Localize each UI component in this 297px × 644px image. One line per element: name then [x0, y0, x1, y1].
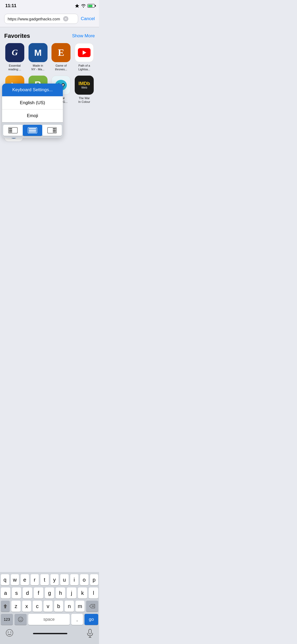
g-logo-icon: G — [8, 46, 22, 59]
status-bar: 11:11 — [0, 0, 99, 12]
favorite-icon-2: M — [29, 43, 48, 62]
url-input[interactable]: https://www.gadgethacks.com — [4, 14, 78, 24]
english-us-option[interactable]: English (US) — [2, 96, 63, 109]
battery-icon — [87, 4, 95, 8]
layout-center-icon — [28, 127, 37, 134]
svg-rect-13 — [9, 128, 12, 129]
url-bar-container: https://www.gadgethacks.com Cancel — [0, 12, 99, 27]
svg-rect-23 — [53, 131, 56, 132]
favorite-label-1: Essentialreading:... — [8, 64, 21, 71]
favorite-item-4[interactable]: Path of aLightsa... — [74, 43, 95, 71]
cancel-button[interactable]: Cancel — [81, 16, 95, 21]
keyboard-layout-bar — [2, 122, 63, 138]
layout-right-icon — [47, 127, 57, 134]
layout-left-icon — [8, 127, 18, 134]
svg-rect-18 — [29, 130, 36, 131]
url-text: https://www.gadgethacks.com — [8, 17, 60, 21]
show-more-button[interactable]: Show More — [72, 33, 95, 39]
favorite-icon-4 — [75, 43, 94, 62]
keyboard-settings-popup: Keyboard Settings... English (US) Emoji — [2, 84, 63, 138]
status-time: 11:11 — [5, 3, 16, 8]
favorite-item-8[interactable]: IMDb Web The WarIn Colour — [74, 76, 95, 104]
keyboard-layout-center[interactable] — [23, 125, 42, 136]
airplane-icon — [75, 3, 79, 8]
yt-play-button — [78, 48, 91, 57]
clear-icon — [64, 17, 67, 20]
keyboard-layout-right[interactable] — [42, 125, 62, 136]
favorite-label-2: Made inNY - Ma... — [31, 64, 44, 71]
url-clear-button[interactable] — [63, 16, 68, 21]
favorites-header: Favorites Show More — [4, 33, 95, 39]
svg-text:G: G — [12, 48, 18, 57]
imdb-web-text: Web — [81, 86, 87, 89]
battery-fill — [88, 5, 92, 7]
svg-rect-15 — [9, 131, 12, 132]
svg-point-11 — [62, 84, 64, 86]
favorite-item-2[interactable]: M Made inNY - Ma... — [27, 43, 49, 71]
keyboard-layout-left[interactable] — [3, 125, 23, 136]
svg-rect-17 — [29, 128, 36, 129]
m-letter: M — [34, 48, 41, 58]
favorite-icon-3: E — [51, 43, 70, 62]
emoji-option[interactable]: Emoji — [2, 109, 63, 122]
favorite-label-3: Game ofthrones... — [55, 64, 67, 71]
favorite-item-1[interactable]: G Essentialreading:... — [4, 43, 25, 71]
status-icons — [75, 3, 95, 8]
keyboard-settings-button[interactable]: Keyboard Settings... — [2, 84, 63, 96]
wifi-icon — [81, 4, 86, 8]
svg-rect-19 — [29, 131, 36, 132]
yt-triangle-icon — [83, 50, 86, 55]
favorite-label-4: Path of aLightsa... — [78, 64, 90, 71]
favorite-item-3[interactable]: E Game ofthrones... — [51, 43, 72, 71]
favorite-label-8: The WarIn Colour — [78, 96, 90, 104]
svg-rect-22 — [53, 130, 56, 131]
svg-rect-14 — [9, 130, 12, 131]
favorites-title: Favorites — [4, 33, 30, 39]
favorite-icon-8: IMDb Web — [75, 76, 94, 95]
e-letter: E — [58, 47, 64, 58]
svg-rect-21 — [53, 128, 56, 129]
favorite-icon-1: G — [5, 43, 24, 62]
imdb-text: IMDb — [78, 81, 90, 86]
